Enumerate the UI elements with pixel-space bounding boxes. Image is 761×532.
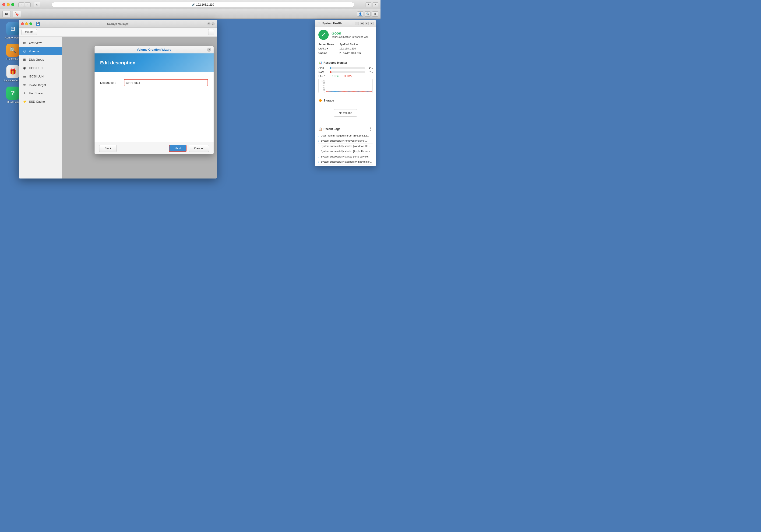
- user-icon-button[interactable]: 👤: [357, 12, 363, 17]
- panel-minimize-button[interactable]: —: [360, 22, 364, 25]
- sidebar-overview-label: Overview: [29, 41, 41, 45]
- panel-close-button[interactable]: ✕: [370, 22, 374, 25]
- lan-label: LAN 1 ▾: [319, 46, 339, 51]
- log-info-icon: ℹ: [319, 150, 319, 153]
- address-bar[interactable]: 🔊 192.168.1.210: [52, 2, 354, 7]
- log-text: System successfully started [Apple file …: [321, 150, 372, 153]
- ram-label: RAM: [319, 71, 328, 74]
- cancel-button[interactable]: Cancel: [189, 145, 209, 152]
- sm-close-button[interactable]: [21, 23, 24, 25]
- resource-monitor-icon: 📊: [319, 61, 322, 64]
- menu-button[interactable]: ≡: [372, 12, 378, 17]
- list-view-button[interactable]: ☰: [208, 29, 214, 35]
- wizard-title: Volume Creation Wizard: [137, 48, 171, 51]
- volume-icon: ◎: [23, 49, 27, 53]
- log-text: System successfully started [Windows fil…: [321, 144, 371, 148]
- server-name-row: Server Name SynRackStation: [319, 42, 373, 46]
- log-entry: ℹ System successfully removed [Volume 1]…: [319, 138, 373, 143]
- ram-percent: 5%: [367, 71, 373, 74]
- storage-icon: 🔶: [319, 99, 322, 102]
- sm-minimize-button[interactable]: [25, 23, 28, 25]
- speaker-icon: 🔊: [192, 3, 195, 6]
- scroll-indicators: ▲ ▼: [369, 126, 373, 132]
- sidebar-item-ssd-cache[interactable]: ⚡ SSD Cache: [19, 97, 62, 106]
- dsm-help-label: DSM Help: [7, 101, 19, 103]
- control-panel-label: Control Panel: [5, 36, 21, 39]
- server-name-value: SynRackStation: [339, 42, 373, 46]
- sidebar-item-overview[interactable]: ▦ Overview: [19, 38, 62, 47]
- maximize-button[interactable]: [11, 3, 14, 6]
- sm-window-buttons: [21, 23, 32, 25]
- wizard-overlay: Volume Creation Wizard ✕ Edit descriptio…: [62, 37, 217, 179]
- health-check-icon: ✓: [319, 29, 329, 40]
- lan1-down-speed: ↓ 3 KB/s: [342, 75, 352, 78]
- sidebar-item-hdd-ssd[interactable]: ◉ HDD/SSD: [19, 64, 62, 72]
- lan1-label: LAN 1: [319, 75, 328, 78]
- no-volume-button[interactable]: No volume: [334, 109, 357, 117]
- scroll-down-arrow[interactable]: ▼: [370, 129, 372, 132]
- lan1-up-speed: ↑ 2 KB/s: [329, 75, 339, 78]
- sm-toolbar: Create ☰: [19, 28, 217, 37]
- minimize-button[interactable]: [7, 3, 10, 6]
- back-button[interactable]: Back: [99, 145, 117, 152]
- grid-view-button[interactable]: ⊞: [2, 11, 11, 17]
- sidebar-hdd-ssd-label: HDD/SSD: [29, 66, 43, 70]
- health-status-row: ✓ Good Your RackStation is working well.: [319, 29, 373, 40]
- sidebar-item-iscsi-lun[interactable]: ☰ iSCSI LUN: [19, 72, 62, 80]
- file-station-label: File Station: [6, 58, 19, 60]
- description-form-row: Description:: [100, 79, 208, 86]
- sidebar-volume-label: Volume: [29, 49, 39, 53]
- browser-titlebar: ‹ › ⊡ 🔊 192.168.1.210 ⬆ +: [0, 0, 380, 9]
- sm-dots-button[interactable]: …: [211, 22, 215, 26]
- sm-window-title: Storage Manager: [107, 22, 129, 26]
- hdd-ssd-icon: ◉: [23, 66, 27, 70]
- uptime-label: Uptime: [319, 51, 339, 55]
- sidebar-item-disk-group[interactable]: ⊞ Disk Group: [19, 55, 62, 64]
- storage-manager-window: 💾 Storage Manager ? … Create ☰ ▦ Overvie…: [19, 20, 217, 179]
- network-chart: 100 80 60 40 20 0: [319, 79, 373, 93]
- storage-section: 🔶 Storage No volume: [315, 96, 376, 124]
- wizard-close-button[interactable]: ✕: [207, 48, 211, 52]
- sidebar-ssd-cache-label: SSD Cache: [29, 100, 45, 103]
- close-button[interactable]: [2, 3, 5, 6]
- back-nav-button[interactable]: ‹: [19, 2, 24, 7]
- disk-group-icon: ⊞: [23, 58, 27, 61]
- sidebar-item-iscsi-target[interactable]: ⊕ iSCSI Target: [19, 80, 62, 89]
- cpu-bar-fill: [329, 67, 331, 69]
- log-info-icon: ℹ: [319, 134, 319, 137]
- overview-icon: ▦: [23, 41, 27, 45]
- description-input[interactable]: [124, 79, 208, 86]
- sm-sidebar: ▦ Overview ◎ Volume ⊞ Disk Group ◉ HDD/S…: [19, 37, 62, 179]
- cpu-row: CPU 4%: [319, 67, 373, 70]
- lan-row-info: LAN 1 ▾ 192.168.1.210: [319, 46, 373, 51]
- sidebar-item-volume[interactable]: ◎ Volume: [19, 47, 62, 55]
- log-entry: ℹ User [admin] logged in from [192.168.1…: [319, 133, 373, 138]
- panel-expand-button[interactable]: ⤢: [365, 22, 369, 25]
- sm-question-button[interactable]: ?: [207, 22, 210, 26]
- panel-buttons: + — ⤢ ✕: [355, 22, 374, 25]
- share-button[interactable]: ⬆: [366, 2, 371, 7]
- ram-bar-bg: [329, 71, 365, 73]
- search-button[interactable]: 🔍: [365, 12, 371, 17]
- panel-add-button[interactable]: +: [355, 22, 359, 25]
- next-button[interactable]: Next: [169, 145, 187, 152]
- scroll-up-arrow[interactable]: ▲: [370, 127, 372, 129]
- recent-logs-title: 📋 Recent Logs ▲ ▼: [319, 126, 373, 132]
- wizard-footer: Back Next Cancel: [94, 142, 213, 154]
- wizard-header-banner: Edit description: [94, 53, 213, 72]
- sidebar-toggle-button[interactable]: ⊡: [34, 2, 40, 7]
- create-button[interactable]: Create: [22, 29, 37, 35]
- url-text: 192.168.1.210: [196, 3, 214, 6]
- lan-speed-row: LAN 1 ↑ 2 KB/s ↓ 3 KB/s: [319, 75, 373, 78]
- system-health-panel: 🛡 System Health + — ⤢ ✕ ✓ Good Your Rack…: [315, 20, 376, 166]
- sidebar-disk-group-label: Disk Group: [29, 58, 44, 61]
- forward-nav-button[interactable]: ›: [25, 2, 30, 7]
- storage-area: No volume: [319, 105, 373, 121]
- wizard-dialog: Volume Creation Wizard ✕ Edit descriptio…: [94, 46, 213, 154]
- traffic-lights: [2, 3, 14, 6]
- new-tab-button[interactable]: +: [373, 2, 378, 7]
- log-text: System successfully removed [Volume 1].: [321, 139, 368, 142]
- bookmark-button[interactable]: 🔖: [13, 11, 21, 17]
- sm-maximize-button[interactable]: [29, 23, 32, 25]
- sidebar-item-hot-spare[interactable]: + Hot Spare: [19, 89, 62, 97]
